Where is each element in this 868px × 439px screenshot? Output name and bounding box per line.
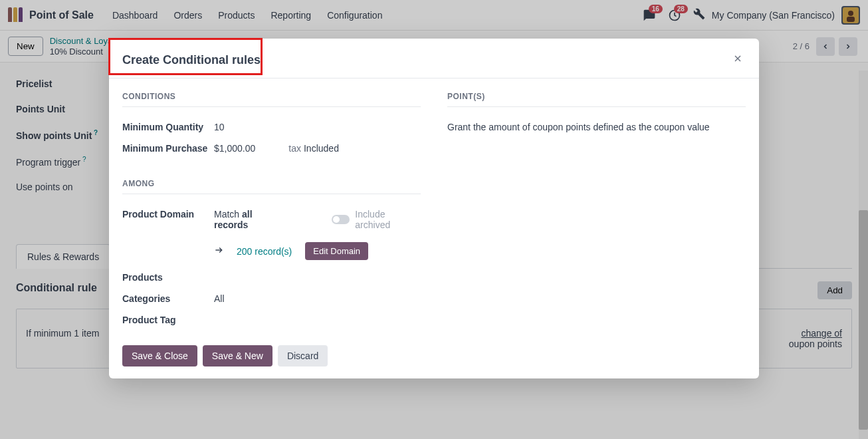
- match-text: Match all records: [214, 209, 286, 230]
- among-heading: AMONG: [122, 179, 421, 194]
- include-archived-label: Include archived: [355, 209, 421, 230]
- points-description: Grant the amount of coupon points define…: [447, 116, 746, 132]
- modal-title: Create Conditional rules: [122, 53, 261, 67]
- points-heading: POINT(S): [447, 92, 746, 107]
- tax-label: tax: [288, 143, 301, 154]
- records-link[interactable]: 200 record(s): [237, 246, 292, 257]
- conditions-heading: CONDITIONS: [122, 92, 421, 107]
- product-domain-label: Product Domain: [122, 209, 214, 220]
- products-label: Products: [122, 272, 214, 283]
- product-tag-label: Product Tag: [122, 315, 214, 325]
- arrow-right-icon: [214, 245, 223, 257]
- modal-overlay: Create Conditional rules CONDITIONS Mini…: [0, 0, 868, 439]
- min-qty-label: Minimum Quantity: [122, 122, 214, 132]
- min-qty-value[interactable]: 10: [214, 122, 225, 132]
- min-purchase-label: Minimum Purchase: [122, 143, 214, 154]
- categories-label: Categories: [122, 293, 214, 304]
- discard-button[interactable]: Discard: [278, 345, 328, 366]
- min-purchase-value[interactable]: $1,000.00: [214, 143, 255, 154]
- close-button[interactable]: [730, 51, 746, 70]
- include-archived-toggle[interactable]: [332, 215, 350, 224]
- save-new-button[interactable]: Save & New: [203, 345, 272, 366]
- tax-value[interactable]: Included: [304, 143, 339, 154]
- edit-domain-button[interactable]: Edit Domain: [305, 242, 368, 260]
- modal-dialog: Create Conditional rules CONDITIONS Mini…: [109, 39, 759, 378]
- save-close-button[interactable]: Save & Close: [122, 345, 197, 366]
- categories-value[interactable]: All: [214, 293, 225, 304]
